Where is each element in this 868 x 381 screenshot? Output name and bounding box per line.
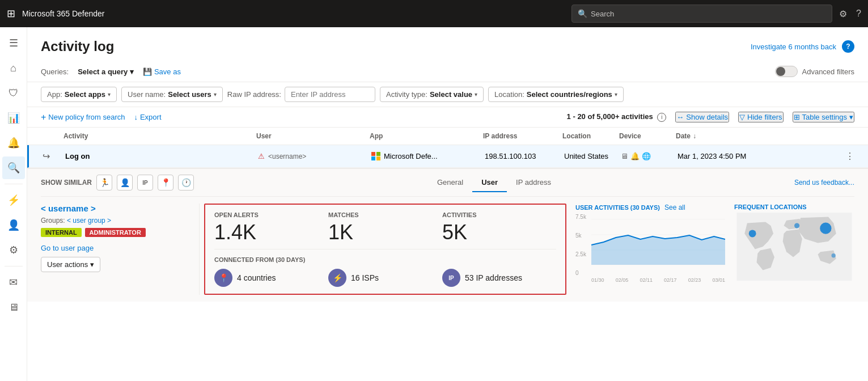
sidebar-item-search[interactable]: 🔍 [2, 156, 25, 179]
activity-filter-button[interactable]: Activity type: Select value ▾ [380, 87, 484, 102]
results-info: 1 - 20 of 5,000+ activities i [567, 112, 667, 122]
col-header-activity[interactable]: Activity [63, 132, 256, 140]
sidebar-item-incidents[interactable]: ⚡ [2, 189, 25, 211]
table-settings-button[interactable]: ⊞ Table settings ▾ [793, 112, 855, 122]
toggle-knob [776, 67, 785, 76]
sidebar-item-shield[interactable]: 🛡 [2, 82, 25, 104]
badge-admin: ADMINISTRATOR [85, 228, 146, 237]
sidebar-item-devices[interactable]: 🖥 [2, 296, 25, 319]
send-feedback-link[interactable]: Send us feedback... [794, 174, 854, 191]
sidebar-item-reports[interactable]: 📊 [2, 107, 25, 129]
row-user: ⚠ <username> [258, 152, 371, 160]
location-filter-button[interactable]: Location: Select countries/regions ▾ [488, 87, 624, 102]
advanced-filters-label: Advanced filters [802, 67, 855, 76]
table-icon: ⊞ [794, 113, 800, 121]
col-header-date[interactable]: Date ↓ [676, 132, 854, 140]
col-header-location[interactable]: Location [562, 132, 619, 140]
arrows-icon: ↔ [676, 113, 684, 121]
chart-see-all[interactable]: See all [664, 204, 685, 211]
tab-bar: General User IP address [428, 173, 560, 192]
sidebar-item-email[interactable]: ✉ [2, 271, 25, 294]
show-similar-location-icon[interactable]: 📍 [158, 175, 173, 190]
col-header-user[interactable]: User [256, 132, 370, 140]
app-title: Microsoft 365 Defender [22, 9, 565, 18]
help-circle[interactable]: ? [842, 40, 854, 53]
sidebar-item-gear[interactable]: ⚙ [2, 239, 25, 261]
user-group-link[interactable]: < user group > [67, 217, 111, 225]
row-devices: 🖥 🔔 🌐 [621, 152, 678, 160]
sidebar: ☰ ⌂ 🛡 📊 🔔 🔍 ⚡ 👤 ⚙ ✉ 🖥 [0, 27, 27, 381]
show-similar-ip-icon[interactable]: IP [137, 175, 153, 190]
table-row[interactable]: ↪ Log on ⚠ <username> Microsoft Defe... … [27, 145, 868, 168]
actions-bar: + New policy from search ↓ Export 1 - 20… [27, 107, 868, 128]
col-header-ip[interactable]: IP address [483, 132, 562, 140]
chart-panel: USER ACTIVITIES (30 DAYS) See all 7.5k 5… [571, 204, 730, 295]
advanced-filters-toggle[interactable] [775, 66, 798, 77]
globe-icon: 🌐 [642, 152, 651, 160]
show-details-button[interactable]: ↔ Show details [675, 112, 729, 122]
search-input[interactable] [591, 10, 826, 18]
help-icon[interactable]: ? [856, 9, 861, 19]
ip-addresses-item: IP 53 IP addresses [442, 269, 556, 287]
isps-item: ⚡ 16 ISPs [328, 269, 442, 287]
show-similar-activity-icon[interactable]: 🏃 [96, 175, 112, 190]
username-filter-button[interactable]: User name: Select users ▾ [121, 87, 223, 102]
sidebar-divider-2 [5, 266, 23, 266]
show-similar-time-icon[interactable]: 🕐 [178, 175, 194, 190]
tab-user[interactable]: User [472, 173, 507, 192]
bell-icon: 🔔 [630, 152, 640, 160]
badge-internal: INTERNAL [41, 228, 82, 237]
advanced-filters: Advanced filters [775, 66, 855, 77]
stats-panel: OPEN ALERTS 1.4K MATCHES 1K ACTIVITIES 5… [204, 204, 566, 295]
hide-filters-button[interactable]: ▽ Hide filters [738, 112, 783, 122]
svg-point-6 [749, 230, 756, 237]
show-similar-bar: SHOW SIMILAR 🏃 👤 IP 📍 🕐 General User IP … [41, 169, 854, 197]
toolbar: Queries: Select a query ▾ 💾 Save as Adva… [27, 61, 868, 82]
stat-matches: MATCHES 1K [328, 211, 442, 244]
row-kebab-menu[interactable]: ⋮ [845, 151, 854, 162]
ip-input[interactable] [285, 87, 375, 102]
chart-x-labels: 01/30 02/05 02/11 02/17 02/23 03/01 [575, 277, 725, 283]
sidebar-item-home[interactable]: ⌂ [2, 57, 25, 79]
col-header-device[interactable]: Device [619, 132, 676, 140]
stat-activities: ACTIVITIES 5K [442, 211, 556, 244]
isps-icon: ⚡ [328, 269, 346, 287]
col-header-app[interactable]: App [370, 132, 483, 140]
search-box[interactable]: 🔍 [571, 5, 832, 23]
tab-general[interactable]: General [428, 173, 472, 192]
save-as-button[interactable]: 💾 Save as [143, 67, 181, 76]
grid-icon[interactable]: ⊞ [7, 7, 15, 20]
tab-ip-address[interactable]: IP address [507, 173, 560, 192]
countries-value: 4 countries [237, 273, 276, 282]
app-filter-button[interactable]: App: Select apps ▾ [41, 87, 117, 102]
sidebar-item-users[interactable]: 👤 [2, 214, 25, 236]
stats-bottom: CONNECTED FROM (30 DAYS) 📍 4 countries ⚡… [214, 249, 556, 294]
results-info-icon[interactable]: i [657, 113, 666, 122]
save-icon: 💾 [143, 67, 152, 76]
sidebar-item-alerts[interactable]: 🔔 [2, 132, 25, 154]
stat-open-alerts: OPEN ALERTS 1.4K [214, 211, 328, 244]
username-heading[interactable]: < username > [41, 204, 190, 213]
ip-filter-group: Raw IP address: [227, 87, 375, 102]
plus-icon: + [41, 112, 46, 122]
user-actions-button[interactable]: User actions ▾ [41, 257, 100, 272]
new-policy-button[interactable]: + New policy from search [41, 112, 125, 122]
investigate-link[interactable]: Investigate 6 months back [751, 43, 836, 51]
user-badges: INTERNAL ADMINISTRATOR [41, 228, 190, 237]
queries-select[interactable]: Select a query ▾ [78, 67, 134, 76]
goto-user-link[interactable]: Go to user page [41, 244, 190, 252]
row-location: United States [564, 152, 621, 160]
settings-icon[interactable]: ⚙ [839, 9, 847, 19]
sidebar-item-menu[interactable]: ☰ [2, 32, 25, 54]
detail-content: < username > Groups: < user group > INTE… [41, 197, 854, 302]
export-button[interactable]: ↓ Export [134, 113, 161, 121]
filter-icon: ▽ [739, 113, 745, 121]
show-similar-label: SHOW SIMILAR [41, 179, 92, 187]
map-panel: FREQUENT LOCATIONS [730, 204, 854, 295]
page-header: Activity log Investigate 6 months back ? [27, 27, 868, 61]
show-similar-user-icon[interactable]: 👤 [117, 175, 133, 190]
page-title: Activity log [41, 39, 114, 54]
topbar-icons: ⚙ ? [839, 9, 861, 19]
sidebar-divider [5, 184, 23, 184]
row-app: Microsoft Defe... [371, 152, 485, 161]
